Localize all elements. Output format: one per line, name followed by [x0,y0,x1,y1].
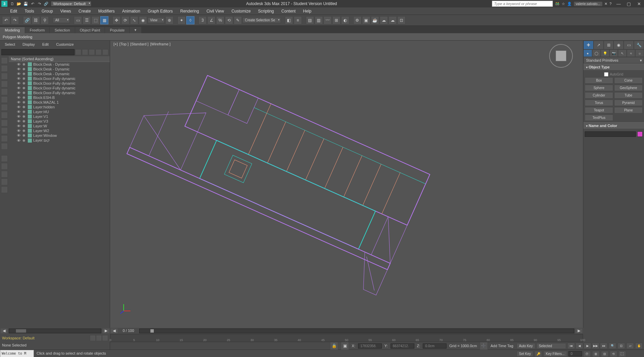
workspace-dropdown[interactable]: Workspace: Default [51,1,91,6]
visibility-icon[interactable]: 👁 [17,119,21,123]
scene-scroll-right-icon[interactable]: ▶ [103,329,109,333]
play-icon[interactable]: ▶ [584,343,591,349]
cmd-sub-spacewarps-icon[interactable]: ≈ [627,49,636,57]
scene-search-input[interactable] [1,49,75,55]
ribbon-tab-populate[interactable]: Populate [105,27,129,33]
visibility-icon[interactable]: 👁 [17,81,21,85]
render-prod-icon[interactable]: ☕ [371,16,379,24]
display-influences-icon[interactable] [1,186,8,193]
visibility-icon[interactable]: 👁 [17,100,21,104]
primitive-cylinder-button[interactable]: Cylinder [585,92,613,99]
scene-list-header[interactable]: Name (Sorted Ascending) [9,56,110,62]
scene-row[interactable]: 👁❄Block:Door-Fully dynamic [9,86,110,90]
qat-save-icon[interactable]: 💾 [22,1,29,7]
filter-helpers-icon[interactable] [1,88,8,95]
primitive-pyramid-button[interactable]: Pyramid [614,100,643,106]
menu-customize[interactable]: Customize [228,8,254,14]
object-name-input[interactable] [585,131,636,137]
cmd-tab-hierarchy[interactable]: ⊞ [604,41,614,49]
menu-create[interactable]: Create [75,8,94,14]
timeline-config-icon[interactable] [90,335,96,341]
time-slider[interactable] [139,329,574,333]
render-preset-icon[interactable]: ⊡ [397,16,406,24]
scene-menu-select[interactable]: Select [1,42,19,47]
scene-row[interactable]: 👁❄Block:Door-Fully dynamic [9,81,110,86]
primitive-sphere-button[interactable]: Sphere [585,85,613,91]
freeze-icon[interactable]: ❄ [22,62,26,66]
named-selection-dropdown[interactable]: Create Selection Se [243,17,281,23]
nav-pan-icon[interactable]: ✋ [635,343,643,349]
object-color-swatch[interactable] [637,131,643,137]
next-frame-icon[interactable]: ▶▶ [592,343,599,349]
menu-views[interactable]: Views [57,8,75,14]
scene-row[interactable]: 👁❄Layer:hidden [9,105,110,109]
placement-icon[interactable]: ◉ [139,16,147,24]
scene-scrollbar[interactable] [9,329,101,333]
freeze-icon[interactable]: ❄ [22,114,26,119]
link-icon[interactable]: 🔗 [23,16,31,24]
nav-zoomall-icon[interactable]: ⊡ [618,343,625,349]
freeze-icon[interactable]: ❄ [22,110,26,114]
menu-content[interactable]: Content [278,8,299,14]
display-all-icon[interactable] [1,155,8,162]
freeze-icon[interactable]: ❄ [22,133,26,138]
visibility-icon[interactable]: 👁 [17,72,21,76]
signin-icon[interactable]: 👤 [567,2,572,6]
scene-menu-edit[interactable]: Edit [39,42,52,47]
freeze-icon[interactable]: ❄ [22,105,26,109]
primitive-tube-button[interactable]: Tube [614,92,643,99]
select-rect-icon[interactable]: ⬚ [91,16,100,24]
visibility-icon[interactable]: 👁 [17,77,21,81]
rollout-object-type[interactable]: Object Type [583,64,644,70]
freeze-icon[interactable]: ❄ [22,96,26,100]
bind-icon[interactable]: ⚲ [41,16,49,24]
scene-row[interactable]: 👁❄Layer:HU [9,109,110,114]
display-invert-icon[interactable] [1,171,8,177]
scene-menu-display[interactable]: Display [19,42,38,47]
cmd-tab-utilities[interactable]: 🔧 [634,41,644,49]
pivot-icon[interactable]: ⊕ [165,16,173,24]
nav-orbit-icon[interactable]: ⟲ [610,351,617,357]
scene-expand-icon[interactable] [96,49,102,55]
filter-containers-icon[interactable] [1,127,8,134]
render-setup-icon[interactable]: ⚙ [353,16,361,24]
filter-bones-icon[interactable] [1,120,8,126]
exchange-icon[interactable]: ✕ [604,2,607,6]
cmd-sub-helpers-icon[interactable]: ↖ [618,49,627,57]
maximize-button[interactable]: ▢ [624,1,634,7]
angle-snap-icon[interactable]: ∠ [207,16,215,24]
visibility-icon[interactable]: 👁 [17,133,21,138]
category-dropdown[interactable]: Standard Primitives [584,58,643,63]
user-menu[interactable]: valerie.salvato... [574,2,602,6]
cmd-sub-systems-icon[interactable]: ☼ [635,49,644,57]
menu-help[interactable]: Help [300,8,315,14]
mirror-icon[interactable]: ◧ [285,16,293,24]
freeze-icon[interactable]: ❄ [22,86,26,90]
scene-row[interactable]: 👁❄Block:Desk - Dynamic [9,62,110,67]
visibility-icon[interactable]: 👁 [17,110,21,114]
select-name-icon[interactable]: ☰ [83,16,91,24]
ref-coord-dropdown[interactable]: View [148,17,165,23]
scene-row[interactable]: 👁❄Layer:W [9,124,110,128]
snap-3-icon[interactable]: 3 [199,16,207,24]
cmd-tab-create[interactable]: ✚ [583,41,594,49]
scene-row[interactable]: 👁❄Layer:W2 [9,128,110,133]
visibility-icon[interactable]: 👁 [17,67,21,71]
selection-filter[interactable]: All [53,17,70,23]
star-icon[interactable]: ☆ [562,2,565,6]
scene-row[interactable]: 👁❄Block:Door-Fully dynamic [9,76,110,81]
filter-xrefs-icon[interactable] [1,112,8,119]
visibility-icon[interactable]: 👁 [17,86,21,90]
timeline-sort-icon[interactable] [102,335,108,341]
close-button[interactable]: ✕ [634,1,644,7]
visibility-icon[interactable]: 👁 [17,139,21,143]
scene-selection-icon[interactable] [82,49,88,55]
menu-scripting[interactable]: Scripting [255,8,277,14]
toggle-ribbon-icon[interactable]: ▥ [315,16,323,24]
cmd-tab-modify[interactable]: ↗ [594,41,604,49]
filter-geometry-icon[interactable] [1,57,8,64]
visibility-icon[interactable]: 👁 [17,129,21,133]
select-object-icon[interactable]: ▭ [74,16,82,24]
sub-ribbon-label[interactable]: Polygon Modeling [3,35,32,39]
nav-fov-icon[interactable]: ▱ [626,343,634,349]
